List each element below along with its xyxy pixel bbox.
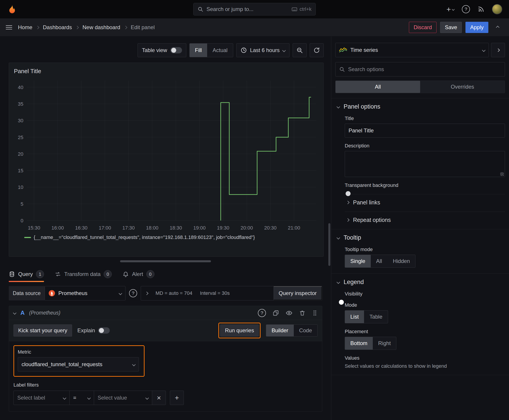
drag-handle-icon[interactable]: [312, 310, 318, 316]
repeat-options-section[interactable]: Repeat options: [345, 211, 505, 223]
remove-filter-button[interactable]: ×: [152, 391, 166, 405]
legend-header[interactable]: Legend: [335, 279, 505, 286]
new-menu-button[interactable]: +: [446, 5, 454, 13]
news-button[interactable]: [478, 6, 484, 13]
viz-picker[interactable]: Time series: [335, 43, 489, 57]
legend-series-swatch[interactable]: [24, 237, 31, 238]
data-source-picker[interactable]: Prometheus: [45, 286, 125, 300]
options-filter-tabs: All Overrides: [335, 81, 505, 93]
chevron-down-icon: [87, 396, 91, 400]
options-search-input[interactable]: [348, 66, 501, 73]
tooltip-mode-single[interactable]: Single: [345, 255, 371, 267]
resize-handle[interactable]: [500, 172, 504, 176]
trash-icon[interactable]: [299, 310, 305, 316]
legend-mode-list[interactable]: List: [345, 310, 364, 323]
discard-button[interactable]: Discard: [409, 22, 436, 33]
legend-mode-table[interactable]: Table: [364, 310, 387, 323]
tab-all[interactable]: All: [335, 81, 420, 93]
horizontal-scrollbar[interactable]: [120, 260, 211, 262]
svg-text:5: 5: [21, 201, 23, 207]
select-value-placeholder: Select value: [98, 395, 127, 401]
builder-option[interactable]: Builder: [266, 325, 294, 336]
timeseries-chart[interactable]: 051015202530354015:3016:0016:3017:0017:3…: [13, 77, 320, 234]
table-view-control[interactable]: Table view: [137, 43, 186, 57]
tooltip-header[interactable]: Tooltip: [335, 234, 505, 241]
legend-placement-right[interactable]: Right: [373, 337, 396, 350]
avatar[interactable]: [492, 4, 502, 14]
tab-alert-count: 0: [146, 270, 154, 278]
chevron-right-icon: [496, 48, 500, 52]
panel-options-title: Panel options: [344, 103, 380, 110]
zoom-out-button[interactable]: [293, 43, 307, 57]
breadcrumb-dashboards[interactable]: Dashboards: [43, 24, 72, 30]
collapse-header-button[interactable]: [492, 22, 503, 33]
kick-start-button[interactable]: Kick start your query: [14, 324, 72, 337]
refresh-button[interactable]: [310, 43, 324, 57]
chevron-down-icon: [452, 8, 455, 11]
max-data-points: MD = auto = 704: [156, 290, 192, 296]
svg-text:40: 40: [18, 85, 23, 90]
options-sections: Panel options Title Description Transpar…: [331, 98, 509, 375]
menu-toggle-icon[interactable]: [6, 25, 12, 29]
query-help-icon[interactable]: ?: [258, 309, 266, 317]
options-search[interactable]: [335, 62, 505, 76]
tooltip-mode-hidden[interactable]: Hidden: [387, 255, 415, 267]
legend-series-label[interactable]: {__name__="cloudflared_tunnel_total_requ…: [34, 234, 255, 240]
tab-transform-label: Transform data: [64, 271, 100, 277]
panel-links-section[interactable]: Panel links: [345, 194, 505, 206]
help-button[interactable]: ?: [462, 5, 470, 13]
actual-option[interactable]: Actual: [207, 44, 233, 57]
grafana-logo[interactable]: [7, 4, 17, 15]
fill-option[interactable]: Fill: [190, 44, 207, 57]
tab-query[interactable]: Query 1: [9, 266, 44, 282]
tab-overrides[interactable]: Overrides: [420, 81, 505, 93]
legend-placement-bottom[interactable]: Bottom: [345, 337, 373, 350]
add-filter-button[interactable]: +: [170, 391, 184, 405]
query-header[interactable]: A (Prometheus) ?: [9, 306, 322, 320]
svg-text:10: 10: [18, 184, 23, 190]
apply-button[interactable]: Apply: [465, 22, 488, 33]
code-option[interactable]: Code: [294, 325, 317, 336]
tab-transform[interactable]: Transform data 0: [55, 266, 112, 282]
query-ref-id: A: [20, 309, 25, 316]
operator-value: =: [73, 395, 76, 401]
select-value-dropdown[interactable]: Select value: [94, 391, 152, 405]
chevron-down-icon: [63, 396, 66, 400]
svg-text:16:30: 16:30: [75, 225, 88, 231]
description-input[interactable]: [345, 151, 505, 177]
query-options-row[interactable]: MD = auto = 704 Interval = 30s Query ins…: [141, 286, 322, 300]
operator-dropdown[interactable]: =: [69, 391, 94, 405]
chevron-right-icon: [346, 218, 350, 222]
svg-text:18:30: 18:30: [170, 225, 182, 231]
eye-icon[interactable]: [286, 310, 292, 316]
run-queries-button[interactable]: Run queries: [220, 324, 258, 337]
panel-options-header[interactable]: Panel options: [335, 103, 505, 110]
breadcrumb-separator-icon: [36, 26, 39, 29]
label-filters-label: Label filters: [14, 382, 318, 388]
query-toolbar: Kick start your query Explain Run querie…: [9, 320, 322, 341]
tab-alert[interactable]: Alert 0: [122, 266, 154, 282]
query-inspector-button[interactable]: Query inspector: [273, 286, 322, 300]
time-range-picker[interactable]: Last 6 hours: [236, 43, 289, 57]
explain-switch[interactable]: [98, 327, 110, 334]
save-button[interactable]: Save: [440, 22, 462, 33]
database-icon: [9, 271, 15, 277]
svg-text:35: 35: [18, 101, 23, 107]
panel-title[interactable]: Panel Title: [14, 68, 320, 75]
select-label-dropdown[interactable]: Select label: [14, 391, 69, 405]
chevron-down-icon[interactable]: [13, 311, 17, 315]
global-search[interactable]: Search or jump to... ctrl+k: [193, 3, 316, 15]
breadcrumb-home[interactable]: Home: [18, 24, 32, 30]
metric-highlight: Metric cloudflared_tunnel_total_requests: [14, 345, 144, 377]
panel-title-input[interactable]: [345, 124, 505, 137]
tooltip-mode-all[interactable]: All: [371, 255, 387, 267]
metric-select[interactable]: cloudflared_tunnel_total_requests: [18, 357, 139, 372]
collapse-options-button[interactable]: [491, 43, 505, 57]
table-view-switch[interactable]: [170, 47, 182, 53]
vertical-scrollbar[interactable]: [328, 223, 330, 266]
options-pane: Time series All Overrides Panel options: [331, 37, 509, 420]
breadcrumb-new-dashboard[interactable]: New dashboard: [82, 24, 120, 30]
tooltip-mode-segment: Single All Hidden: [345, 255, 415, 268]
duplicate-icon[interactable]: [273, 310, 279, 316]
datasource-help-icon[interactable]: ?: [129, 289, 137, 297]
